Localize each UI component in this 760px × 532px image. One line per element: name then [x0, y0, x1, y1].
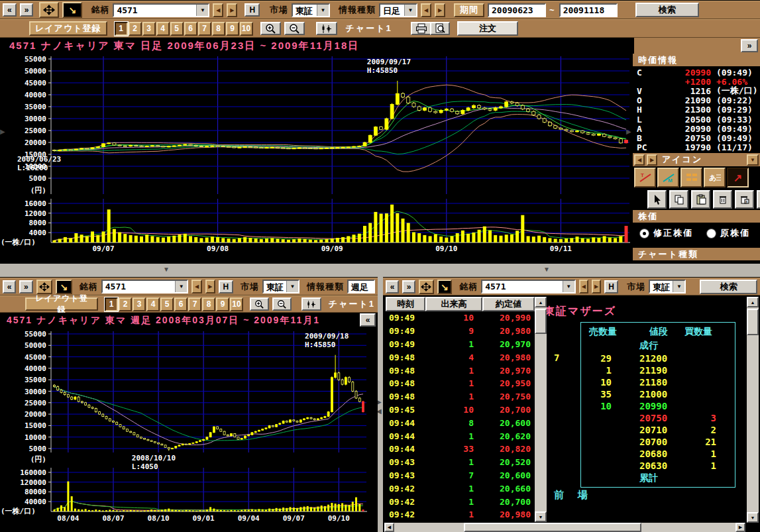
- tick-volume-header[interactable]: 出来高: [425, 297, 482, 311]
- dropdown-arrow-icon[interactable]: ▼: [317, 5, 329, 16]
- scroll-back-button[interactable]: «: [3, 3, 17, 17]
- layout-page-2-button[interactable]: 2: [119, 297, 132, 311]
- layout-page-8-button[interactable]: 8: [202, 297, 215, 311]
- paste-button[interactable]: [691, 190, 710, 209]
- symbol-combobox[interactable]: 4571 ▼: [481, 280, 576, 293]
- dropdown-arrow-icon[interactable]: ▼: [196, 5, 208, 16]
- history-button[interactable]: H: [219, 280, 233, 293]
- prev-symbol-button[interactable]: ◀: [213, 3, 223, 17]
- pointer-mode-button[interactable]: ↗: [727, 168, 749, 187]
- layout-page-8-button[interactable]: 8: [212, 22, 225, 36]
- icon-prev-button[interactable]: ◀: [634, 154, 645, 166]
- next-symbol-button[interactable]: ▶: [205, 280, 215, 293]
- prev-symbol-button[interactable]: ◀: [579, 280, 588, 293]
- next-period-button[interactable]: ▶: [435, 3, 445, 17]
- delete-button[interactable]: [713, 190, 732, 209]
- move-tool-button[interactable]: [419, 280, 434, 294]
- dropdown-arrow-icon[interactable]: ▼: [286, 281, 298, 292]
- copy-button[interactable]: [669, 190, 688, 209]
- trendline-t-tool-button[interactable]: T: [634, 168, 656, 187]
- period-to-input[interactable]: [559, 3, 618, 17]
- icon-next-button[interactable]: ▶: [647, 154, 657, 166]
- layout-page-3-button[interactable]: 3: [142, 22, 156, 36]
- chart-style-button[interactable]: [316, 22, 337, 35]
- weekly-chart-canvas[interactable]: 08/0408/0708/1009/0109/0409/0709/1055000…: [0, 328, 378, 532]
- dropdown-arrow-icon[interactable]: ▼: [563, 281, 574, 292]
- scroll-back-button[interactable]: «: [386, 280, 399, 293]
- delete-all-button[interactable]: a: [735, 190, 754, 209]
- layout-page-1-button[interactable]: 1: [105, 297, 118, 311]
- info-type-combobox[interactable]: 日足 ▼: [379, 3, 417, 17]
- layout-page-2-button[interactable]: 2: [129, 22, 142, 36]
- chart-style-button[interactable]: [301, 297, 321, 311]
- zoom-out-button[interactable]: [272, 297, 292, 311]
- search-button[interactable]: 検索: [700, 280, 757, 294]
- info-type-value[interactable]: 週足: [347, 280, 375, 293]
- dropdown-arrow-icon[interactable]: ▼: [404, 5, 416, 16]
- splitter-collapse-icon[interactable]: ▼: [543, 266, 550, 273]
- layout-page-10-button[interactable]: 10: [240, 22, 253, 36]
- layout-register-button[interactable]: レイアウト登録: [25, 297, 98, 311]
- layout-page-9-button[interactable]: 9: [226, 22, 239, 36]
- dropdown-arrow-icon[interactable]: ▼: [175, 281, 187, 292]
- market-combobox[interactable]: 東証 ▼: [262, 280, 299, 293]
- symbol-combobox[interactable]: 4571 ▼: [113, 3, 209, 17]
- zoom-out-button[interactable]: [284, 22, 305, 35]
- prev-symbol-button[interactable]: ◀: [191, 280, 201, 293]
- market-combobox[interactable]: 東証 ▼: [292, 3, 330, 17]
- move-tool-button[interactable]: [39, 2, 59, 18]
- print-preview-button[interactable]: [430, 22, 450, 35]
- next-symbol-button[interactable]: ▶: [592, 280, 601, 293]
- layout-page-6-button[interactable]: 6: [174, 297, 188, 311]
- scroll-back-button[interactable]: «: [3, 280, 16, 293]
- draw-arrow-tool-button[interactable]: ↘: [56, 280, 72, 294]
- layout-page-10-button[interactable]: 10: [230, 297, 243, 311]
- scroll-thumb[interactable]: [535, 309, 547, 334]
- expand-panel-button[interactable]: »: [741, 39, 758, 52]
- layout-page-4-button[interactable]: 4: [156, 22, 170, 36]
- layout-page-4-button[interactable]: 4: [146, 297, 160, 311]
- zoom-in-button[interactable]: [250, 297, 269, 311]
- fibonacci-tool-button[interactable]: [680, 168, 702, 187]
- splitter-handle-icon[interactable]: ▶: [626, 129, 631, 135]
- splitter-collapse-icon[interactable]: ▼: [163, 266, 170, 273]
- text-tool-button[interactable]: あ: [704, 168, 726, 187]
- prev-period-button[interactable]: ◀: [421, 3, 431, 17]
- trendline-m-tool-button[interactable]: M: [657, 168, 679, 187]
- scroll-forward-button[interactable]: »: [19, 280, 32, 293]
- dropdown-arrow-icon[interactable]: ▼: [673, 281, 684, 292]
- symbol-combobox[interactable]: 4571 ▼: [101, 280, 189, 293]
- pointer-reset-button[interactable]: ↗: [757, 190, 760, 209]
- scroll-right-button[interactable]: ▶: [735, 523, 745, 532]
- next-symbol-button[interactable]: ▶: [227, 3, 237, 17]
- icon-dropdown-button[interactable]: ▼: [747, 154, 759, 166]
- print-button[interactable]: [411, 22, 432, 35]
- tick-scrollbar[interactable]: ▲ ▼: [535, 297, 547, 522]
- splitter-handle-icon[interactable]: ▶: [0, 129, 5, 135]
- scroll-down-button[interactable]: ▼: [535, 511, 547, 522]
- scroll-down-button[interactable]: ▼: [747, 512, 759, 523]
- market-combobox[interactable]: 東証 ▼: [649, 280, 686, 293]
- collapse-title-button[interactable]: «: [360, 313, 376, 327]
- horizontal-scrollbar[interactable]: ◀ ▶: [384, 523, 745, 532]
- layout-page-5-button[interactable]: 5: [170, 22, 184, 36]
- panel-scrollbar[interactable]: ▲ ▼: [747, 297, 759, 523]
- raw-price-radio[interactable]: 原株価: [706, 227, 750, 239]
- search-button[interactable]: 検索: [635, 3, 699, 17]
- scroll-up-button[interactable]: ▲: [535, 297, 547, 307]
- select-tool-button[interactable]: [647, 190, 667, 209]
- layout-register-button[interactable]: レイアウト登録: [29, 21, 107, 36]
- history-button[interactable]: H: [604, 280, 618, 293]
- tick-price-header[interactable]: 約定値: [482, 297, 535, 311]
- scroll-forward-button[interactable]: »: [402, 280, 415, 293]
- move-tool-button[interactable]: [36, 280, 53, 294]
- tick-time-header[interactable]: 時刻: [386, 297, 425, 311]
- scroll-up-button[interactable]: ▲: [747, 297, 759, 307]
- layout-page-7-button[interactable]: 7: [198, 22, 211, 36]
- scroll-thumb[interactable]: [747, 309, 759, 335]
- period-from-input[interactable]: [488, 3, 546, 17]
- layout-page-1-button[interactable]: 1: [115, 22, 128, 36]
- layout-page-9-button[interactable]: 9: [216, 297, 229, 311]
- order-button[interactable]: 注文: [457, 21, 518, 36]
- layout-page-3-button[interactable]: 3: [133, 297, 146, 311]
